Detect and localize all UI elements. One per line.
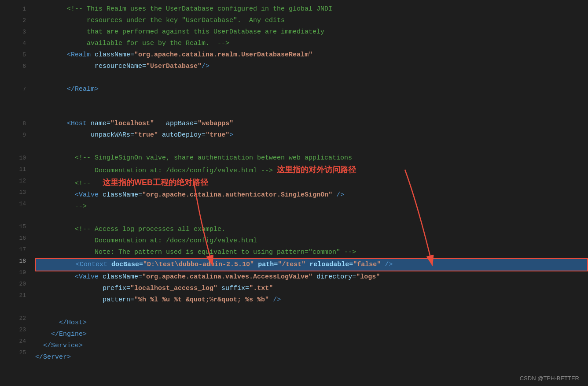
annotation-arrows (0, 0, 588, 386)
watermark: CSDN @TPH-BETTER (520, 375, 579, 382)
